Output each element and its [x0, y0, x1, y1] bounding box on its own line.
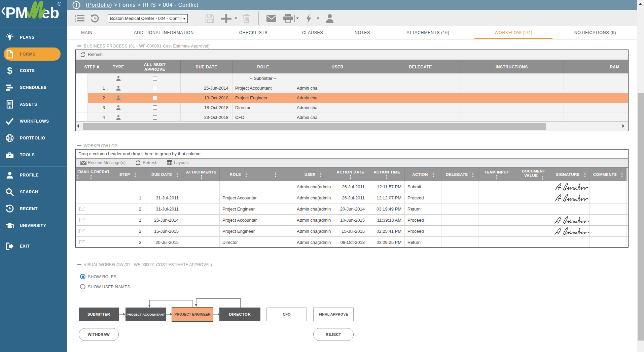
svg-text:3: 3 — [75, 20, 76, 22]
